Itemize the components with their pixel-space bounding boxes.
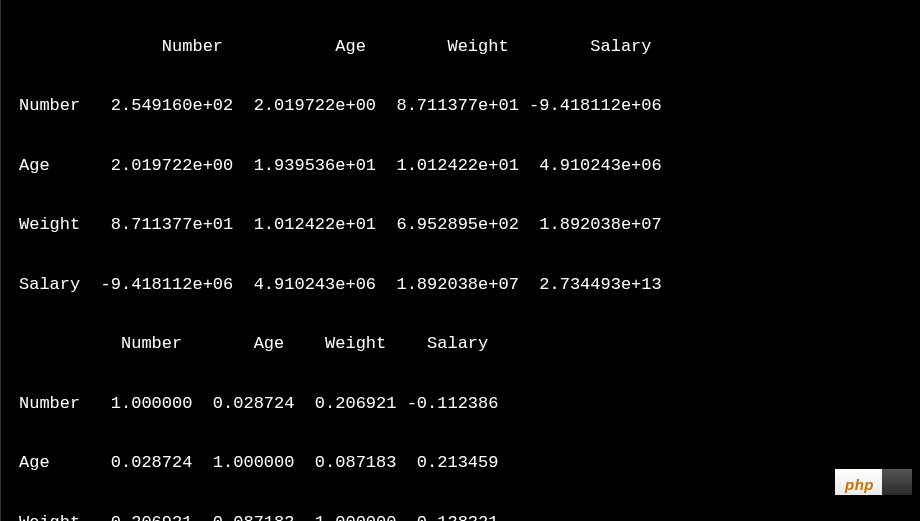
cov-table-row: Age 2.019722e+00 1.939536e+01 1.012422e+…: [19, 151, 920, 181]
corr-table-header: Number Age Weight Salary: [19, 329, 920, 359]
cov-table-row: Weight 8.711377e+01 1.012422e+01 6.95289…: [19, 210, 920, 240]
corr-table-row: Weight 0.206921 0.087183 1.000000 0.1383…: [19, 508, 920, 521]
watermark-badge: php: [835, 469, 912, 495]
cov-table-header: Number Age Weight Salary: [19, 32, 920, 62]
corr-table-row: Number 1.000000 0.028724 0.206921 -0.112…: [19, 389, 920, 419]
php-logo-icon: php: [835, 469, 882, 495]
corr-table-row: Age 0.028724 1.000000 0.087183 0.213459: [19, 448, 920, 478]
cov-table-row: Number 2.549160e+02 2.019722e+00 8.71137…: [19, 91, 920, 121]
cov-table-row: Salary -9.418112e+06 4.910243e+06 1.8920…: [19, 270, 920, 300]
terminal-output: Number Age Weight Salary Number 2.549160…: [1, 0, 920, 521]
watermark-right: [882, 469, 912, 495]
